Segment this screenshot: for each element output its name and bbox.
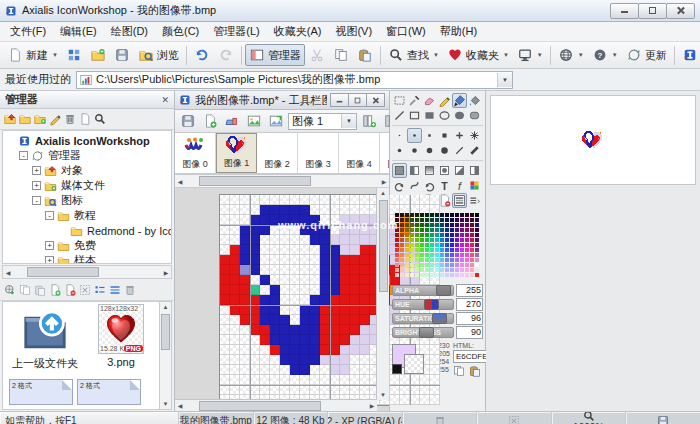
pixel-cell[interactable]	[360, 275, 370, 285]
pixel-cell[interactable]	[350, 345, 360, 355]
pixel-cell[interactable]	[230, 245, 240, 255]
palette-cell[interactable]	[430, 273, 434, 277]
tree-expander-icon[interactable]: +	[45, 241, 54, 250]
palette-cell[interactable]	[455, 273, 459, 277]
rotate-right-tool[interactable]	[422, 178, 437, 193]
tree-expander-icon[interactable]: +	[45, 256, 54, 264]
pixel-cell[interactable]	[270, 315, 280, 325]
pixel-cell[interactable]	[330, 345, 340, 355]
pixel-cell[interactable]	[340, 235, 350, 245]
pixel-cell[interactable]	[340, 255, 350, 265]
palette-cell[interactable]	[440, 223, 444, 227]
pixel-cell[interactable]	[340, 205, 350, 215]
palette-cell[interactable]	[450, 253, 454, 257]
pixel-cell[interactable]	[390, 375, 400, 385]
pixel-cell[interactable]	[360, 355, 370, 365]
palette-cell[interactable]	[450, 248, 454, 252]
line-tool[interactable]	[392, 108, 407, 123]
pixel-cell[interactable]	[340, 325, 350, 335]
slider-saturation-value[interactable]: 96	[456, 312, 483, 325]
palette-cell[interactable]	[475, 248, 479, 252]
pixel-cell[interactable]	[310, 365, 320, 375]
palette-cell[interactable]	[405, 253, 409, 257]
palette-cell[interactable]	[475, 263, 479, 267]
help-button[interactable]: ? ▼	[588, 44, 622, 66]
pixel-cell[interactable]	[230, 315, 240, 325]
pixel-cell[interactable]	[290, 265, 300, 275]
pixel-cell[interactable]	[280, 235, 290, 245]
pixel-cell[interactable]	[240, 355, 250, 365]
rect-filled-tool[interactable]	[422, 108, 437, 123]
pixel-cell[interactable]	[250, 385, 260, 395]
pixel-cell[interactable]	[260, 285, 270, 295]
strip-cell-2[interactable]: 图像 2	[257, 133, 298, 173]
palette-cell[interactable]	[410, 218, 414, 222]
pixel-cell[interactable]	[230, 285, 240, 295]
pixel-cell[interactable]	[270, 345, 280, 355]
palette-cell[interactable]	[420, 228, 424, 232]
pixel-cell[interactable]	[320, 325, 330, 335]
palette-cell[interactable]	[435, 223, 439, 227]
pixel-cell[interactable]	[300, 355, 310, 365]
pixel-cell[interactable]	[300, 315, 310, 325]
pixel-cell[interactable]	[360, 325, 370, 335]
palette-cell[interactable]	[400, 238, 404, 242]
palette-cell[interactable]	[400, 218, 404, 222]
tree-item-4[interactable]: -图标	[3, 193, 171, 208]
palette-cell[interactable]	[405, 243, 409, 247]
pixel-cell[interactable]	[240, 325, 250, 335]
pixel-cell[interactable]	[220, 235, 230, 245]
globe-download-icon[interactable]	[4, 284, 16, 296]
pixel-cell[interactable]	[300, 245, 310, 255]
pixel-cell[interactable]	[350, 325, 360, 335]
folder-plus-icon[interactable]	[34, 113, 46, 125]
pixel-cell[interactable]	[270, 385, 280, 395]
tree-item-1[interactable]: -管理器	[3, 148, 171, 163]
palette-cell[interactable]	[470, 268, 474, 272]
palette-cell[interactable]	[415, 218, 419, 222]
pixel-cell[interactable]	[290, 235, 300, 245]
palette-cell[interactable]	[475, 253, 479, 257]
palette-cell[interactable]	[415, 263, 419, 267]
pixel-cell[interactable]	[260, 305, 270, 315]
pixel-cell[interactable]	[290, 245, 300, 255]
pixel-cell[interactable]	[330, 385, 340, 395]
pixel-cell[interactable]	[240, 275, 250, 285]
pixel-cell[interactable]	[290, 365, 300, 375]
pixel-cell[interactable]	[220, 315, 230, 325]
pixel-cell[interactable]	[250, 285, 260, 295]
image-small-button[interactable]	[244, 112, 264, 131]
pixel-cell[interactable]	[260, 335, 270, 345]
palette-cell[interactable]	[405, 258, 409, 262]
pixel-cell[interactable]	[360, 335, 370, 345]
palette-cell[interactable]	[420, 268, 424, 272]
pixel-cell[interactable]	[410, 375, 420, 385]
pixel-cell[interactable]	[320, 335, 330, 345]
pixel-cell[interactable]	[320, 275, 330, 285]
pixel-cell[interactable]	[330, 255, 340, 265]
image-selector-dropdown-icon[interactable]: ▼	[341, 114, 356, 128]
pixel-cell[interactable]	[350, 375, 360, 385]
pixel-cell[interactable]	[240, 385, 250, 395]
slider-hue-track[interactable]: HUE	[392, 299, 454, 310]
tree-expander-icon[interactable]: -	[32, 196, 41, 205]
palette-cell[interactable]	[400, 243, 404, 247]
dot-4-tool[interactable]	[407, 143, 422, 158]
palette-cell[interactable]	[440, 213, 444, 217]
pixel-cell[interactable]	[320, 205, 330, 215]
pixel-cell[interactable]	[270, 265, 280, 275]
pixel-cell[interactable]	[340, 335, 350, 345]
palette-cell[interactable]	[430, 218, 434, 222]
pixel-cell[interactable]	[220, 195, 230, 205]
pixel-cell[interactable]	[430, 345, 440, 355]
pixel-cell[interactable]	[390, 195, 400, 205]
pixel-cell[interactable]	[290, 385, 300, 395]
dot-5-tool[interactable]	[422, 143, 437, 158]
palette-cell[interactable]	[425, 218, 429, 222]
palette-cell[interactable]	[435, 253, 439, 257]
menu-item-0[interactable]: 文件(F)	[3, 22, 53, 41]
pixel-cell[interactable]	[300, 295, 310, 305]
mode-vert-tool[interactable]	[467, 163, 482, 178]
palette-cell[interactable]	[475, 273, 479, 277]
palette-cell[interactable]	[420, 223, 424, 227]
